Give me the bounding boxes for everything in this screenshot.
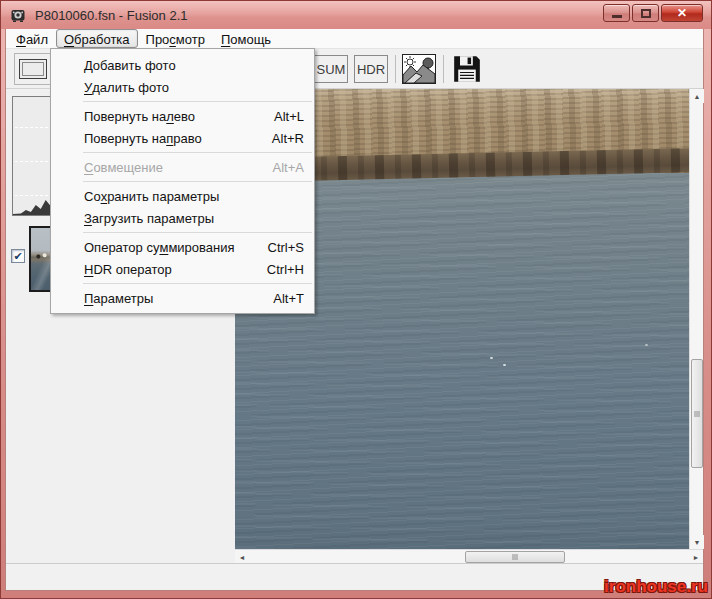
titlebar: P8010060.fsn - Fusion 2.1 ✕: [1, 1, 711, 29]
menu-item-options[interactable]: Параметры Alt+T: [51, 287, 314, 309]
toolbar-separator: [395, 55, 396, 83]
menubar-item-help[interactable]: Помощь: [213, 29, 279, 48]
photo-speck: [645, 344, 648, 346]
maximize-button[interactable]: [632, 4, 659, 22]
down-arrow-icon: ▼: [694, 539, 701, 546]
maximize-icon: [641, 9, 651, 18]
thumb-grip-icon: [513, 554, 518, 560]
right-arrow-icon: ►: [693, 554, 700, 561]
scroll-left-button[interactable]: ◄: [235, 550, 249, 564]
menu-separator: [83, 101, 312, 102]
menu-item-rotate-right[interactable]: Повернуть направо Alt+R: [51, 127, 314, 149]
horizontal-scrollbar[interactable]: ◄ ►: [235, 549, 703, 563]
menu-item-rotate-left[interactable]: Повернуть налево Alt+L: [51, 105, 314, 127]
camera-app-icon: [10, 7, 26, 23]
menu-item-sum-operator[interactable]: Оператор суммирования Ctrl+S: [51, 236, 314, 258]
processing-menu-dropdown: Добавить фото Удалить фото Повернуть нал…: [50, 48, 315, 314]
menu-separator: [83, 283, 312, 284]
menubar-item-processing[interactable]: Обработка: [56, 29, 138, 48]
menu-item-hdr-operator[interactable]: HDR оператор Ctrl+H: [51, 258, 314, 280]
scroll-right-button[interactable]: ►: [689, 550, 703, 564]
menu-separator: [83, 181, 312, 182]
floppy-disk-icon: [453, 55, 481, 83]
image-preview-button[interactable]: [400, 52, 438, 86]
photo-speck: [503, 364, 506, 366]
blank-frame-icon: [19, 59, 47, 79]
menu-item-save-parameters[interactable]: Сохранить параметры: [51, 185, 314, 207]
vertical-scrollbar[interactable]: ▲ ▼: [689, 89, 703, 549]
minimize-icon: [612, 15, 622, 18]
menu-item-alignment[interactable]: Совмещение Alt+A: [51, 156, 314, 178]
left-arrow-icon: ◄: [239, 554, 246, 561]
menu-item-load-parameters[interactable]: Загрузить параметры: [51, 207, 314, 229]
horizontal-scroll-thumb[interactable]: [465, 551, 565, 563]
up-arrow-icon: ▲: [694, 93, 701, 100]
menubar: Файл Обработка Просмотр Помощь: [6, 29, 703, 49]
landscape-icon: [402, 54, 436, 84]
vertical-scroll-thumb[interactable]: [691, 359, 703, 468]
watermark: ironhouse.ru: [604, 577, 708, 597]
menu-separator: [83, 232, 312, 233]
menu-item-add-photo[interactable]: Добавить фото: [51, 54, 314, 76]
save-button[interactable]: [449, 52, 485, 86]
scroll-up-button[interactable]: ▲: [690, 89, 704, 103]
status-bar: [6, 563, 703, 589]
close-button[interactable]: ✕: [661, 4, 703, 22]
window-title: P8010060.fsn - Fusion 2.1: [35, 8, 188, 23]
photo-speck: [490, 357, 493, 359]
app-window: P8010060.fsn - Fusion 2.1 ✕ Файл Обработ…: [0, 0, 712, 599]
blank-frame-button[interactable]: [14, 53, 52, 85]
scroll-down-button[interactable]: ▼: [690, 535, 704, 549]
hdr-operator-button[interactable]: HDR: [354, 55, 388, 83]
sum-operator-button[interactable]: SUM: [314, 55, 348, 83]
menubar-item-view[interactable]: Просмотр: [138, 29, 213, 48]
checkmark-icon: ✔: [13, 251, 22, 262]
minimize-button[interactable]: [603, 4, 630, 22]
menu-separator: [83, 152, 312, 153]
toolbar-separator: [443, 55, 444, 83]
thumbnail-checkbox[interactable]: ✔: [11, 249, 25, 263]
menubar-item-file[interactable]: Файл: [8, 29, 56, 48]
thumb-grip-icon: [694, 410, 700, 417]
close-icon: ✕: [677, 6, 687, 20]
menu-item-delete-photo[interactable]: Удалить фото: [51, 76, 314, 98]
